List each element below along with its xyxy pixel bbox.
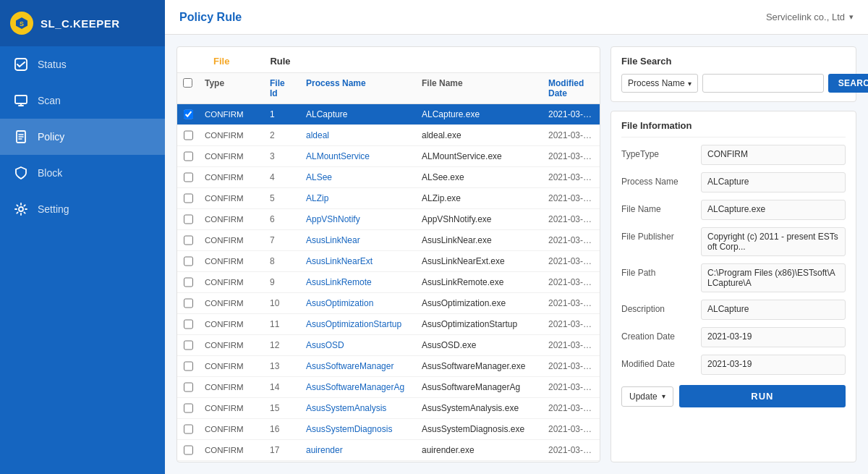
search-button[interactable]: SEARCH	[828, 74, 868, 93]
row-checkbox[interactable]	[184, 277, 193, 287]
table-row[interactable]: CONFIRM 1 ALCapture ALCapture.exe 2021-0…	[177, 104, 600, 125]
gear-icon	[13, 201, 29, 217]
row-checkbox-cell[interactable]	[177, 419, 199, 439]
row-file-name: AsusSystemDiagnosis.exe	[416, 419, 542, 439]
row-type: CONFIRM	[199, 420, 264, 439]
row-process-name: AsusSoftwareManagerAg	[300, 377, 416, 397]
table-panel: File Rule Type File Id Process Name File…	[176, 46, 600, 462]
row-checkbox-cell[interactable]	[177, 377, 199, 397]
table-row[interactable]: CONFIRM 7 AsusLinkNear AsusLinkNear.exe …	[177, 230, 600, 251]
info-value-6: 2021-03-19	[701, 327, 846, 347]
row-process-name: AppVShNotify	[300, 209, 416, 229]
row-checkbox[interactable]	[184, 403, 193, 413]
action-row: Update ▾ RUN	[621, 385, 846, 407]
document-icon	[13, 129, 29, 145]
row-file-name: AsusSystemAnalysis.exe	[416, 398, 542, 418]
row-file-name: auirender.exe	[416, 440, 542, 460]
row-file-id: 6	[264, 209, 300, 229]
col-fileid-header: File Id	[264, 73, 300, 103]
row-checkbox[interactable]	[184, 130, 193, 140]
table-row[interactable]: CONFIRM 18 chrome chrome.exe 2021-03-19 …	[177, 461, 600, 462]
row-type: CONFIRM	[199, 252, 264, 271]
table-row[interactable]: CONFIRM 11 AsusOptimizationStartup AsusO…	[177, 314, 600, 335]
row-checkbox-cell[interactable]	[177, 398, 199, 418]
table-row[interactable]: CONFIRM 3 ALMountService ALMountService.…	[177, 146, 600, 167]
row-modified-date: 2021-03-19 10:41:49	[542, 272, 600, 292]
sidebar-item-status[interactable]: Status	[0, 46, 165, 82]
table-row[interactable]: CONFIRM 15 AsusSystemAnalysis AsusSystem…	[177, 398, 600, 419]
row-checkbox[interactable]	[184, 214, 193, 224]
row-checkbox-cell[interactable]	[177, 356, 199, 376]
table-row[interactable]: CONFIRM 5 ALZip ALZip.exe 2021-03-19 10:…	[177, 188, 600, 209]
row-checkbox[interactable]	[184, 109, 193, 119]
row-checkbox[interactable]	[184, 151, 193, 161]
row-type: CONFIRM	[199, 399, 264, 418]
row-type: CONFIRM	[199, 105, 264, 124]
row-checkbox-cell[interactable]	[177, 461, 199, 462]
row-checkbox[interactable]	[184, 235, 193, 245]
action-dropdown[interactable]: Update ▾	[621, 386, 673, 407]
info-label-3: File Publisher	[621, 227, 701, 242]
svg-text:S: S	[20, 20, 24, 27]
row-checkbox-cell[interactable]	[177, 167, 199, 187]
row-process-name: AsusLinkRemote	[300, 272, 416, 292]
table-row[interactable]: CONFIRM 4 ALSee ALSee.exe 2021-03-19 10:…	[177, 167, 600, 188]
search-type-dropdown[interactable]: Process Name ▾	[621, 74, 698, 93]
table-row[interactable]: CONFIRM 13 AsusSoftwareManager AsusSoftw…	[177, 356, 600, 377]
row-checkbox[interactable]	[184, 445, 193, 455]
row-modified-date: 2021-03-19 10:41:49	[542, 188, 600, 208]
row-file-id: 16	[264, 419, 300, 439]
table-row[interactable]: CONFIRM 9 AsusLinkRemote AsusLinkRemote.…	[177, 272, 600, 293]
row-checkbox[interactable]	[184, 193, 193, 203]
table-row[interactable]: CONFIRM 6 AppVShNotify AppVShNotify.exe …	[177, 209, 600, 230]
select-all-checkbox[interactable]	[183, 78, 192, 88]
row-type: CONFIRM	[199, 126, 264, 145]
row-checkbox[interactable]	[184, 424, 193, 434]
sidebar-status-label: Status	[38, 59, 67, 70]
table-row[interactable]: CONFIRM 17 auirender auirender.exe 2021-…	[177, 440, 600, 461]
table-row[interactable]: CONFIRM 10 AsusOptimization AsusOptimiza…	[177, 293, 600, 314]
row-checkbox-cell[interactable]	[177, 335, 199, 355]
run-button[interactable]: RUN	[679, 385, 846, 407]
row-type: CONFIRM	[199, 231, 264, 250]
row-type: CONFIRM	[199, 273, 264, 292]
row-checkbox[interactable]	[184, 340, 193, 350]
sidebar-item-policy[interactable]: Policy	[0, 119, 165, 155]
row-checkbox-cell[interactable]	[177, 104, 199, 124]
column-headers: Type File Id Process Name File Name Modi…	[177, 73, 600, 104]
row-checkbox-cell[interactable]	[177, 230, 199, 250]
search-input[interactable]	[702, 74, 824, 93]
table-row[interactable]: CONFIRM 16 AsusSystemDiagnosis AsusSyste…	[177, 419, 600, 440]
row-checkbox[interactable]	[184, 382, 193, 392]
sidebar-item-scan[interactable]: Scan	[0, 82, 165, 119]
row-checkbox-cell[interactable]	[177, 125, 199, 145]
monitor-icon	[13, 93, 29, 109]
row-checkbox-cell[interactable]	[177, 440, 199, 460]
row-file-id: 12	[264, 335, 300, 355]
row-checkbox-cell[interactable]	[177, 209, 199, 229]
table-row[interactable]: CONFIRM 8 AsusLinkNearExt AsusLinkNearEx…	[177, 251, 600, 272]
row-checkbox-cell[interactable]	[177, 314, 199, 334]
table-row[interactable]: CONFIRM 12 AsusOSD AsusOSD.exe 2021-03-1…	[177, 335, 600, 356]
row-checkbox-cell[interactable]	[177, 293, 199, 313]
table-row[interactable]: CONFIRM 2 aldeal aldeal.exe 2021-03-19 1…	[177, 125, 600, 146]
row-modified-date: 2021-03-19 10:41:49	[542, 461, 600, 462]
row-checkbox[interactable]	[184, 256, 193, 266]
page-title: Policy Rule	[179, 11, 242, 24]
row-modified-date: 2021-03-19 10:41:49	[542, 398, 600, 418]
app-logo: S	[10, 12, 33, 35]
sidebar-item-block[interactable]: Block	[0, 155, 165, 191]
row-checkbox-cell[interactable]	[177, 251, 199, 271]
table-row[interactable]: CONFIRM 14 AsusSoftwareManagerAg AsusSof…	[177, 377, 600, 398]
row-file-name: AsusSoftwareManager.exe	[416, 356, 542, 376]
row-checkbox-cell[interactable]	[177, 146, 199, 166]
company-name: Servicelink co., Ltd	[766, 12, 845, 22]
row-checkbox[interactable]	[184, 361, 193, 371]
row-checkbox-cell[interactable]	[177, 272, 199, 292]
row-checkbox[interactable]	[184, 172, 193, 182]
row-checkbox[interactable]	[184, 298, 193, 308]
row-checkbox-cell[interactable]	[177, 188, 199, 208]
row-checkbox[interactable]	[184, 319, 193, 329]
sidebar-item-setting[interactable]: Setting	[0, 191, 165, 227]
info-value-3: Copyright (c) 2011 - present ESTsoft Cor…	[701, 227, 846, 256]
